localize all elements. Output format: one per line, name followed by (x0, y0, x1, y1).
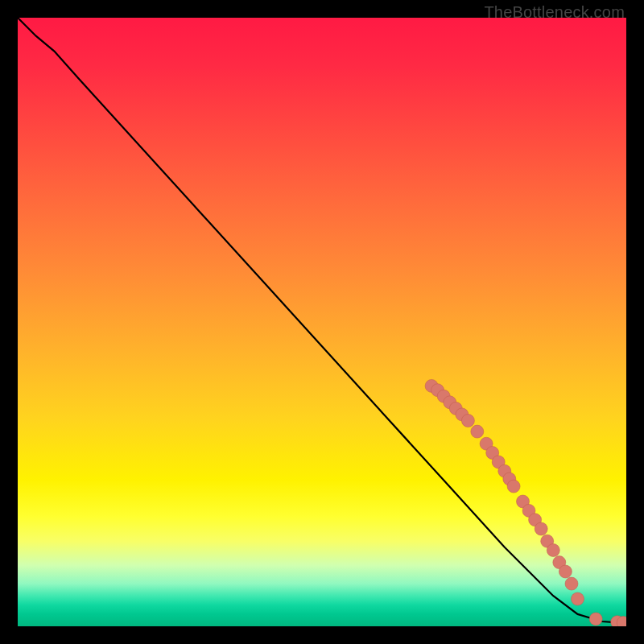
scatter-point (565, 577, 578, 590)
scatter-point (535, 522, 547, 535)
scatter-point (572, 592, 584, 605)
watermark-text: TheBottleneck.com (484, 3, 625, 22)
scatter-point (559, 565, 572, 578)
plot-area (18, 18, 626, 626)
chart-overlay (18, 18, 626, 626)
scatter-points-group (425, 379, 626, 626)
scatter-point (589, 613, 602, 625)
scatter-point (461, 415, 474, 427)
bottleneck-curve (18, 18, 626, 623)
scatter-point (547, 544, 559, 557)
scatter-point (471, 425, 484, 438)
scatter-point (507, 480, 520, 493)
